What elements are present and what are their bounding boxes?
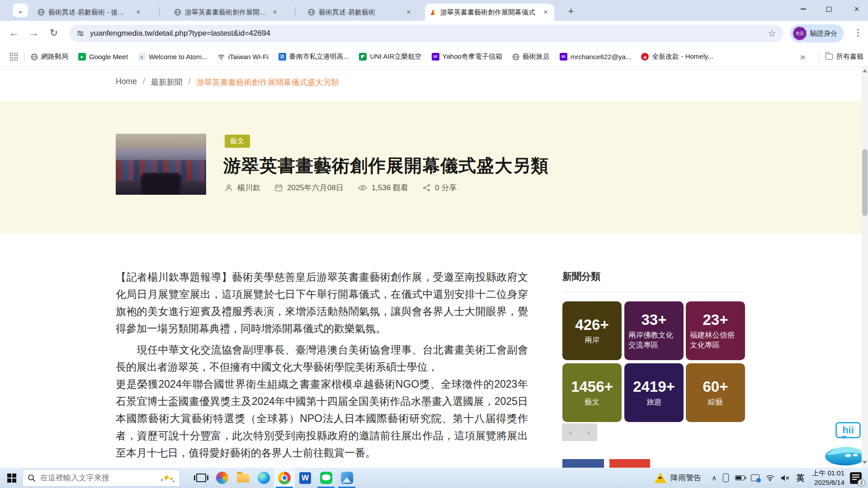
- weather-alert[interactable]: ☂ 降雨警告: [655, 473, 701, 483]
- bookmark-itaiwan-wifi[interactable]: iTaiwan Wi-Fi: [217, 53, 269, 61]
- article-paragraph: 現任中華文化交流協會副理事長、臺灣港澳台美術協會理事、台北書畫美術工會副會長的展…: [116, 341, 528, 461]
- line-button[interactable]: [316, 468, 336, 488]
- task-view-button[interactable]: [191, 468, 212, 488]
- bookmark-art-hotel[interactable]: 藝術旅店: [512, 52, 550, 61]
- input-language-indicator[interactable]: 英: [796, 473, 804, 483]
- bookmark-atom[interactable]: a Welcome to Atom...: [138, 53, 208, 61]
- wifi-icon[interactable]: [766, 474, 774, 481]
- apps-grid-icon[interactable]: [10, 53, 18, 61]
- globe-icon: [31, 53, 38, 61]
- taskbar-search-box[interactable]: ✦✦✦✦: [23, 469, 180, 487]
- pager-prev-button[interactable]: ‹: [562, 423, 580, 441]
- close-tab-icon[interactable]: ×: [134, 8, 142, 17]
- article-author[interactable]: 楊川欽: [237, 183, 260, 193]
- forward-button[interactable]: →: [27, 27, 41, 39]
- chrome-button[interactable]: [274, 468, 295, 488]
- phone-link-icon[interactable]: [723, 474, 729, 482]
- category-count: 2419+: [633, 378, 675, 395]
- photos-button[interactable]: [336, 468, 357, 488]
- search-highlights-icon[interactable]: ✦✦✦✦: [160, 472, 175, 484]
- browser-menu-button[interactable]: ⋮: [854, 27, 863, 38]
- author-icon: [225, 184, 233, 192]
- article-body: 【記者楊川欽專題報導】藝術美學慈善皇后游翠英書畫藝術創作展，受邀至南投縣政府文化…: [116, 268, 528, 488]
- bookmark-mrchance-mail[interactable]: ✉ mrchance622@ya...: [560, 53, 631, 61]
- bookmark-yahoo-mail[interactable]: ✉ Yahoo奇摩電子信箱: [432, 52, 502, 61]
- tab-search-button[interactable]: ⌄: [13, 4, 28, 17]
- profile-chip[interactable]: 信宏 驗證身分: [790, 24, 844, 42]
- browser-tab-2[interactable]: 游翠英書畫藝術創作展開幕儀式 ×: [170, 4, 283, 21]
- window-minimize-button[interactable]: [793, 0, 814, 18]
- close-tab-icon[interactable]: ×: [405, 8, 413, 17]
- tab-title: 藝術異述·易數藝術 - 後台管理: [48, 8, 131, 17]
- start-button[interactable]: [7, 474, 16, 483]
- pager-next-button[interactable]: ›: [580, 423, 597, 441]
- bookmark-label: iTaiwan Wi-Fi: [228, 53, 269, 61]
- file-explorer-button[interactable]: [232, 468, 253, 488]
- share-icon: [423, 184, 430, 192]
- new-tab-button[interactable]: +: [564, 5, 578, 18]
- bookmarks-overflow-chevron[interactable]: »: [800, 52, 805, 62]
- bookmark-star-icon[interactable]: ☆: [768, 28, 776, 39]
- word-button[interactable]: W: [295, 468, 316, 488]
- article-thumbnail[interactable]: [116, 134, 206, 195]
- category-tile-fujian[interactable]: 23+ 福建林公信俗文化專區: [686, 301, 745, 360]
- category-tile-buddhism[interactable]: 33+ 兩岸佛教文化交流專區: [624, 301, 684, 360]
- browser-tab-strip: ⌄ 藝術異述·易數藝術 - 後台管理 × 游翠英書畫藝術創作展開幕儀式 × 藝術…: [0, 0, 868, 21]
- category-tile-travel[interactable]: 2419+ 旅遊: [624, 363, 684, 422]
- reload-button[interactable]: ↻: [47, 27, 61, 39]
- category-tile-yiwen[interactable]: 1456+ 藝文: [562, 363, 622, 422]
- all-bookmarks-button[interactable]: 所有書籤: [836, 52, 863, 61]
- tray-chevron-icon[interactable]: ∧: [712, 474, 717, 482]
- tab-title: 游翠英書畫藝術創作展開幕儀式: [185, 8, 267, 17]
- bookmark-school[interactable]: 港 臺南市私立港明高...: [278, 52, 349, 61]
- bookmark-label: Google Meet: [89, 53, 128, 61]
- window-maximize-button[interactable]: [818, 0, 839, 18]
- category-count: 60+: [703, 378, 728, 395]
- close-tab-icon[interactable]: ×: [542, 8, 550, 17]
- browser-tab-4-active[interactable]: 游翠英書畫藝術創作展開幕儀式 ×: [425, 4, 554, 21]
- bookmark-label: 臺南市私立港明高...: [289, 52, 349, 61]
- volume-muted-icon[interactable]: [781, 474, 790, 482]
- bookmark-label: UNI AIR立榮航空: [370, 52, 421, 61]
- notification-center-button[interactable]: 2: [850, 472, 862, 484]
- category-tile-liangan[interactable]: 426+ 兩岸: [562, 301, 622, 360]
- divider: [562, 292, 745, 292]
- taskbar-search-input[interactable]: [40, 474, 160, 483]
- edge-button[interactable]: [253, 468, 274, 488]
- browser-tab-1[interactable]: 藝術異述·易數藝術 - 後台管理 ×: [33, 4, 147, 21]
- category-badge[interactable]: 藝文: [225, 135, 250, 148]
- scrollbar-track[interactable]: [862, 67, 868, 468]
- breadcrumb-home-link[interactable]: Home: [116, 77, 137, 88]
- taskbar-clock[interactable]: 上午 01:01 2025/6/14: [812, 469, 844, 487]
- copilot-button[interactable]: [212, 468, 232, 488]
- bookmark-webmail[interactable]: 網路郵局: [31, 52, 68, 61]
- address-bar[interactable]: ☆: [69, 25, 783, 42]
- chat-bubble[interactable]: hii: [835, 422, 861, 438]
- taskbar: ✦✦✦✦ W ☂ 降雨警告 ∧ 英 上午 01:01: [0, 468, 868, 488]
- category-count: 33+: [642, 311, 667, 328]
- scrollbar-up-arrow[interactable]: [863, 69, 867, 72]
- bookmark-google-meet[interactable]: ▸ Google Meet: [78, 53, 128, 61]
- close-tab-icon[interactable]: ×: [271, 8, 279, 17]
- bookmark-uni-air[interactable]: ◤ UNI AIR立榮航空: [359, 52, 421, 61]
- browser-tab-3[interactable]: 藝術異述·易數藝術 ×: [303, 4, 417, 21]
- bookmark-label: Welcome to Atom...: [149, 53, 208, 61]
- back-button[interactable]: ←: [7, 27, 21, 39]
- scrollbar-thumb[interactable]: [862, 149, 868, 216]
- site-settings-icon[interactable]: [76, 29, 85, 38]
- task-view-icon: [196, 474, 206, 482]
- battery-icon[interactable]: [735, 475, 745, 480]
- category-tile-variety[interactable]: 60+ 綜藝: [686, 363, 745, 422]
- window-close-button[interactable]: ×: [846, 0, 867, 18]
- chat-widget[interactable]: hii: [825, 419, 866, 466]
- category-label: 兩岸: [585, 335, 599, 345]
- bookmark-homely[interactable]: a 全新改款 - Homely...: [641, 52, 713, 61]
- url-input[interactable]: [90, 29, 768, 38]
- scrollbar-down-arrow[interactable]: [863, 461, 867, 464]
- breadcrumb-current: 游翠英書畫藝術創作展開幕儀式盛大另類: [196, 77, 339, 88]
- tab-title: 游翠英書畫藝術創作展開幕儀式: [440, 8, 538, 17]
- breadcrumb-news-link[interactable]: 最新新聞: [151, 77, 183, 88]
- pc-status-icon[interactable]: [751, 474, 760, 481]
- notification-badge: 2: [858, 479, 865, 487]
- divider: [819, 52, 819, 61]
